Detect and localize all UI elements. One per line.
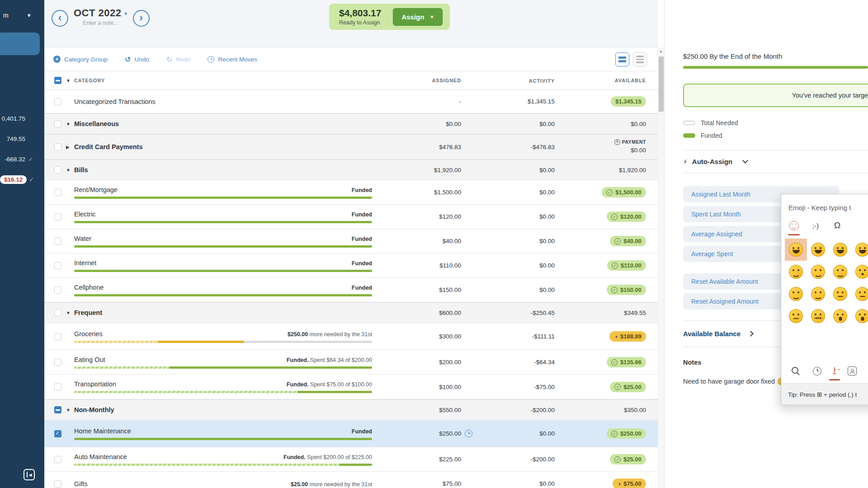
assigned-amount[interactable]: $250.00: [372, 430, 461, 437]
activity-amount[interactable]: -$111.11: [461, 333, 555, 340]
category-name[interactable]: Water: [74, 235, 91, 242]
month-title[interactable]: OCT 2022 ▾: [74, 7, 127, 19]
assigned-amount[interactable]: $225.00: [372, 456, 461, 463]
collapse-all-icon[interactable]: ▼: [66, 78, 74, 83]
category-name[interactable]: Electric: [74, 211, 96, 218]
row-checkbox[interactable]: [54, 120, 61, 127]
chevron-expanded-icon[interactable]: ▼: [66, 408, 74, 413]
scrollbar-thumb[interactable]: [659, 56, 664, 112]
available-pill[interactable]: ✓$250.00: [607, 428, 646, 439]
row-checkbox[interactable]: [54, 213, 61, 221]
collapse-sidebar-icon[interactable]: ◀: [24, 469, 35, 480]
row-checkbox[interactable]: [54, 406, 61, 413]
assigned-amount[interactable]: $120.00: [372, 213, 461, 220]
emoji-cell[interactable]: [807, 239, 829, 261]
row-checkbox[interactable]: [54, 480, 61, 488]
undo-button[interactable]: ↺ Undo: [125, 55, 149, 64]
category-row[interactable]: InternetFunded$110.00$0.00✓$110.00: [44, 253, 658, 278]
assigned-amount[interactable]: $75.00: [372, 480, 461, 487]
row-checkbox[interactable]: [54, 98, 61, 105]
row-checkbox[interactable]: [54, 333, 61, 340]
assigned-amount[interactable]: $100.00: [372, 384, 461, 390]
available-pill[interactable]: ✓$120.00: [607, 211, 646, 222]
emoji-cell[interactable]: [829, 283, 851, 305]
next-month-button[interactable]: ›: [133, 10, 150, 27]
emoji-cell[interactable]: [829, 239, 851, 261]
emoji-cell[interactable]: [807, 305, 829, 327]
category-name[interactable]: Groceries: [74, 330, 103, 338]
category-name[interactable]: Credit Card Payments: [74, 143, 143, 150]
recent-clock-icon[interactable]: [813, 367, 821, 375]
month-note-input[interactable]: Enter a note...: [74, 20, 127, 26]
vertical-scrollbar[interactable]: ▲: [658, 47, 664, 488]
category-name[interactable]: Miscellaneous: [74, 120, 119, 127]
auto-assign-header[interactable]: ⚡ Auto-Assign: [683, 150, 868, 173]
row-checkbox[interactable]: [54, 238, 61, 245]
emoji-cell[interactable]: [807, 261, 829, 283]
category-row[interactable]: TransportationFunded. Spent $75.00 of $1…: [44, 375, 658, 399]
available-pill[interactable]: ✓$135.66: [607, 357, 646, 367]
category-column-header[interactable]: CATEGORY: [74, 78, 372, 83]
assigned-amount[interactable]: $1,500.00: [372, 189, 461, 196]
available-column-header[interactable]: AVAILABLE: [615, 78, 646, 83]
activity-amount[interactable]: $0.00: [461, 262, 555, 269]
emoji-cell[interactable]: [807, 283, 829, 305]
category-row[interactable]: WaterFunded$40.00$0.00✓$40.00: [44, 229, 658, 253]
available-pill[interactable]: ◑$188.89: [609, 331, 646, 342]
category-row[interactable]: ElectricFunded$120.00$0.00✓$120.00: [44, 205, 658, 229]
assigned-amount[interactable]: $40.00: [372, 238, 461, 244]
account-row[interactable]: $16.12✓: [0, 174, 44, 185]
sidebar-active-item[interactable]: [0, 33, 40, 55]
row-checkbox[interactable]: [54, 359, 61, 366]
chevron-collapsed-icon[interactable]: ▶: [66, 145, 74, 150]
category-name[interactable]: Home Maintenance: [74, 427, 131, 435]
emoji-cell[interactable]: [829, 305, 851, 327]
recent-moves-button[interactable]: Recent Moves: [208, 56, 257, 63]
row-checkbox[interactable]: [54, 309, 61, 316]
emoji-cell[interactable]: [851, 239, 868, 261]
assigned-column-header[interactable]: ASSIGNED: [432, 78, 462, 83]
budget-switcher[interactable]: m ▼: [3, 12, 32, 19]
activity-amount[interactable]: $0.00: [461, 213, 555, 220]
row-checkbox[interactable]: [54, 166, 61, 174]
row-checkbox[interactable]: [54, 286, 61, 294]
category-row[interactable]: Gifts$25.00 more needed by the 31st$75.0…: [44, 472, 658, 488]
category-name[interactable]: Non-Monthly: [74, 406, 114, 413]
people-category-icon[interactable]: [848, 366, 857, 375]
available-pill[interactable]: ✓$25.00: [610, 382, 646, 392]
activity-amount[interactable]: $0.00: [461, 286, 555, 293]
tab-emoji[interactable]: [788, 220, 799, 231]
available-pill[interactable]: ✓$40.00: [610, 236, 646, 246]
emoji-cell[interactable]: [851, 305, 868, 327]
detailed-view-button[interactable]: [615, 52, 629, 66]
emoji-cell[interactable]: [851, 283, 868, 305]
emoji-cell[interactable]: [785, 239, 807, 261]
category-name[interactable]: Frequent: [74, 309, 102, 316]
compact-view-button[interactable]: [633, 52, 647, 66]
assigned-amount[interactable]: -: [372, 98, 461, 105]
category-name[interactable]: Eating Out: [74, 356, 105, 363]
select-all-checkbox[interactable]: [54, 77, 61, 84]
assigned-amount[interactable]: $200.00: [372, 359, 461, 366]
activity-amount[interactable]: -$75.00: [461, 384, 555, 390]
category-row[interactable]: Auto MaintenanceFunded. Spent $200.00 of…: [44, 447, 658, 472]
emoji-cell[interactable]: [785, 261, 807, 283]
category-name[interactable]: Rent/Mortgage: [74, 186, 118, 193]
category-row[interactable]: CellphoneFunded$150.00$0.00✓$150.00: [44, 278, 658, 302]
available-pill[interactable]: ◑$75.00: [613, 479, 646, 488]
chevron-expanded-icon[interactable]: ▼: [66, 310, 74, 315]
assigned-amount[interactable]: $300.00: [372, 333, 461, 340]
emoji-cell[interactable]: [829, 261, 851, 283]
group-row[interactable]: ▼Miscellaneous$0.00$0.00$0.00: [44, 113, 658, 134]
assign-button[interactable]: Assign ▼: [393, 8, 443, 26]
group-row[interactable]: ▼Non-Monthly$550.00-$200.00$350.00: [44, 399, 658, 420]
category-name[interactable]: Gifts: [74, 480, 88, 488]
activity-amount[interactable]: -$64.34: [461, 359, 555, 366]
activity-amount[interactable]: $1,345.15: [461, 98, 555, 105]
available-pill[interactable]: ✓$110.00: [607, 260, 646, 271]
activity-column-header[interactable]: ACTIVITY: [529, 78, 555, 84]
add-category-group-button[interactable]: + Category Group: [53, 56, 108, 63]
account-row[interactable]: 749.55: [0, 133, 44, 144]
scroll-up-arrow[interactable]: ▲: [659, 49, 663, 53]
category-row[interactable]: Eating OutFunded. Spent $64.34 of $200.0…: [44, 350, 658, 375]
